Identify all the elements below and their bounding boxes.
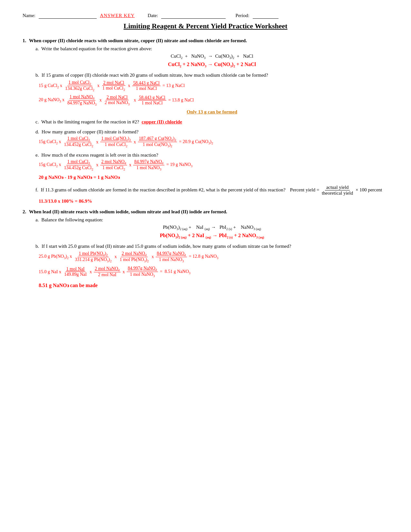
q1-text: When copper (II) chloride reacts with so… — [29, 38, 388, 44]
q2-text: When lead (II) nitrate reacts with sodiu… — [29, 209, 388, 215]
percent-yield-fraction: actual yield theoretical yield — [320, 185, 354, 196]
q1-part-f: f. If 11.3 grams of sodium chloride are … — [35, 185, 388, 204]
q2b1-x1: x — [114, 254, 117, 259]
q2b-label: b. — [35, 244, 39, 249]
calc2-start: 20 g NaNO3 x — [39, 97, 64, 103]
period-field — [253, 13, 279, 19]
question-2: 2. When lead (II) nitrate reacts with so… — [23, 209, 388, 293]
q1e-final: 20 g NaNO₃ - 19 g NaNO₃ = 1 g NaNO₃ — [39, 174, 388, 180]
q2b2-frac3: 84.997g NaNO3 1 mol NaNO3 — [127, 266, 158, 278]
q2a-eq2-red: Pb(NO3)2 (aq) + 2 NaI (aq) → PbI2 (s) + … — [35, 233, 388, 239]
q1-part-c: c. What is the limiting reagent for the … — [35, 119, 388, 125]
only13-text: Only 13 g can be formed — [187, 109, 237, 114]
q2b-final: 8.51 g NaNO₃ can be made — [39, 282, 388, 288]
q2b1-frac1: 1 mol Pb(NO3)2 331.214 g Pb(NO3)2 — [74, 251, 113, 263]
q2-number: 2. — [23, 209, 29, 293]
q1c-answer: copper (II) chloride — [142, 119, 182, 124]
q2b-calc2: 15.0 g NaI x 1 mol NaI 149.89g NaI x 2 m… — [39, 266, 388, 278]
e-x2: x — [129, 162, 131, 168]
q2b-calc1: 25.0 g Pb(NO3)2 x 1 mol Pb(NO3)2 331.214… — [39, 251, 388, 263]
q2b1-result: = 12.8 g NaNO3 — [189, 254, 218, 260]
q2a-eq1: Pb(NO3)2 (aq) + NaI (aq) → PbI2 (s) + Na… — [35, 225, 388, 231]
q2b2-frac2: 2 mol NaNO3 2 mol NaI — [94, 266, 121, 277]
q1-part-b: b. If 15 grams of copper (II) chloride r… — [35, 73, 388, 115]
calc1-frac2: 2 mol NaCl 1 mol CuCl2 — [102, 80, 126, 92]
q2b2-x2: x — [122, 269, 125, 275]
q1-part-d: d. How many grams of copper (II) nitrate… — [35, 129, 388, 148]
q2b2-start: 15.0 g NaI x — [39, 269, 61, 275]
calc1-x1: x — [97, 83, 100, 88]
q1e-calc: 15g CuCl2 x 1 mol CuCl2 134.452g CuCl2 x… — [39, 159, 388, 171]
question-1: 1. When copper (II) chloride reacts with… — [23, 38, 388, 208]
d-start: 15g CuCl2 x — [39, 139, 61, 145]
q1f-answer: 11.3/13.0 x 100% = 86.9% — [39, 198, 388, 204]
q2b1-frac3: 84.997g NaNO3 1 mol NaNO3 — [156, 251, 187, 263]
e-frac3: 84.997g NaNO3 1 mol NaNO3 — [133, 159, 164, 171]
q2b2-x1: x — [90, 269, 92, 275]
q2b1-frac2: 2 mol NaNO3 1 mol Pb(NO3)2 — [119, 251, 150, 263]
header: Name: ANSWER KEY Date: Period: — [23, 13, 388, 19]
calc2-result: = 13.8 g NaCl — [168, 98, 194, 103]
q1-parts: a. Write the balanced equation for the r… — [35, 46, 388, 204]
e-start: 15g CuCl2 x — [39, 162, 61, 168]
calc1-result: = 13 g NaCl — [162, 83, 185, 88]
calc1-frac3: 58.443 g NaCl 1 mol NaCl — [132, 81, 161, 91]
q1-part-e: e. How much of the excess reagent is lef… — [35, 152, 388, 180]
calc1-frac1: 1 mol CuCl2 134.362g CuCl2 — [64, 80, 95, 92]
pf-denominator: theoretical yield — [320, 190, 354, 196]
q1a-eq2-red: CuCl2 + 2 NaNO3 → Cu(NO3)2 + 2 NaCl — [35, 62, 388, 68]
q1b-label: b. — [35, 73, 39, 78]
q1b-calc1: 15 g CuCl2 x 1 mol CuCl2 134.362g CuCl2 … — [39, 80, 388, 92]
d-x2: x — [134, 140, 136, 145]
d-x1: x — [96, 140, 98, 145]
d-result: = 20.9 g Cu(NO3)2 — [179, 139, 213, 145]
q2b2-frac1: 1 mol NaI 149.89g NaI — [63, 266, 88, 277]
q2b1-x2: x — [152, 254, 154, 259]
calc2-x2: x — [134, 98, 136, 103]
e-result: = 19 g NaNO3 — [166, 162, 192, 168]
q2-part-a: a. Balance the following equation: Pb(NO… — [35, 217, 388, 239]
q2-part-b: b. If I start with 25.0 grams of lead (I… — [35, 244, 388, 288]
q2a-label: a. — [35, 217, 39, 222]
calc2-frac2: 2 mol NaCl 2 mol NaNO3 — [104, 95, 131, 106]
q1d-label: d. — [35, 129, 39, 134]
q1a-eq1: CuCl2 + NaNO3 → Cu(NO3)2 + NaCl — [35, 53, 388, 60]
q1d-calc: 15g CuCl2 x 1 mol CuCl2 134.452g CuCl2 x… — [39, 136, 388, 148]
q2-parts: a. Balance the following equation: Pb(NO… — [35, 217, 388, 288]
q1a-text: Write the balanced equation for the reac… — [41, 46, 152, 51]
q2b-text: If I start with 25.0 grams of lead (II) … — [42, 244, 291, 249]
q1b-only13: Only 13 g can be formed — [35, 109, 388, 115]
q1-content: When copper (II) chloride reacts with so… — [29, 38, 388, 208]
calc2-frac3: 58.443 g NaCl 1 mol NaCl — [138, 95, 166, 106]
calc1-start: 15 g CuCl2 x — [39, 83, 62, 89]
e-frac2: 2 mol NaNO3 1 mol CuCl2 — [100, 159, 127, 171]
q1b-text: If 15 grams of copper (II) chloride reac… — [42, 73, 268, 78]
page-title: Limiting Reagent & Percent Yield Practic… — [23, 22, 388, 30]
q1f-formula: Percent yield = actual yield theoretical… — [290, 187, 382, 192]
q2a-text: Balance the following equation: — [41, 217, 103, 222]
date-label: Date: — [148, 13, 158, 18]
q1c-text: What is the limiting reagent for the rea… — [41, 119, 139, 124]
name-field — [39, 13, 97, 19]
q1-part-a: a. Write the balanced equation for the r… — [35, 46, 388, 68]
e-x1: x — [96, 162, 98, 168]
q2b2-result: = 8.51 g NaNO3 — [160, 269, 191, 275]
period-label: Period: — [235, 13, 249, 18]
q1a-label: a. — [35, 46, 39, 51]
q1b-calc2: 20 g NaNO3 x 1 mol NaNO3 84.997g NaNO3 x… — [39, 94, 388, 106]
pf-numerator: actual yield — [325, 185, 350, 190]
answer-key: ANSWER KEY — [100, 13, 135, 18]
calc1-x2: x — [128, 83, 130, 88]
q1f-label: f. — [35, 187, 38, 192]
q1d-text: How many grams of copper (II) nitrate is… — [42, 129, 139, 134]
d-frac2: 1 mol Cu(NO3)2 1 mol CuCl2 — [100, 136, 132, 148]
d-frac1: 1 mol CuCl2 134.452g CuCl2 — [63, 136, 94, 148]
date-field — [161, 13, 226, 19]
q2b1-start: 25.0 g Pb(NO3)2 x — [39, 254, 72, 260]
d-frac3: 187.467 g Cu(NO3)2 1 mol Cu(NO3)2 — [138, 136, 177, 148]
q2-content: When lead (II) nitrate reacts with sodiu… — [29, 209, 388, 293]
q1e-text: How much of the excess reagent is left o… — [41, 152, 158, 158]
calc2-frac1: 1 mol NaNO3 84.997g NaNO3 — [66, 94, 98, 106]
q1f-text: If 11.3 grams of sodium chloride are for… — [41, 187, 286, 192]
q1-number: 1. — [23, 38, 29, 208]
